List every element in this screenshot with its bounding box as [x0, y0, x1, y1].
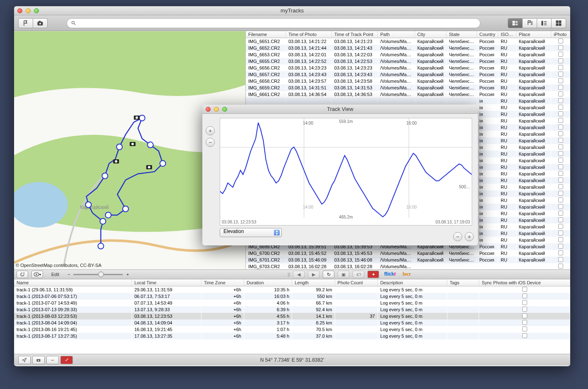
iphoto-checkbox[interactable] [558, 65, 563, 70]
iphoto-checkbox[interactable] [558, 58, 563, 63]
flickr-logo[interactable]: flickr [382, 271, 398, 278]
iphoto-checkbox[interactable] [558, 164, 563, 169]
iphoto-checkbox[interactable] [558, 131, 563, 136]
iphoto-checkbox[interactable] [558, 264, 563, 269]
track-col-header[interactable]: Description [377, 279, 447, 286]
track-row[interactable]: track-1 (2013-08-04 14:09:04)04.08.13, 1… [14, 319, 570, 326]
iphoto-checkbox[interactable] [558, 191, 563, 196]
track-row[interactable]: track-1 (2013-08-16 19:21:45)16.08.13, 1… [14, 326, 570, 333]
photo-col-header[interactable]: Path [378, 31, 415, 38]
track-row[interactable]: track-1 (2013-07-07 14:53:49)07.07.13, 1… [14, 300, 570, 306]
sync-checkbox[interactable] [522, 287, 527, 292]
photo-col-header[interactable]: Filename [246, 31, 286, 38]
sync-checkbox[interactable] [522, 333, 527, 338]
next-button[interactable]: ▶ [308, 271, 319, 278]
iphoto-checkbox[interactable] [558, 178, 563, 182]
photo-row[interactable]: IMG_6655.CR203.08.13, 14:22:5203.08.13, … [246, 58, 570, 65]
iphoto-checkbox[interactable] [558, 257, 563, 262]
track-col-header[interactable]: Length [292, 279, 335, 286]
photo-row[interactable]: IMG_6653.CR203.08.13, 14:22:0103.08.13, … [246, 51, 570, 58]
expand-button[interactable]: ⤢ [60, 356, 73, 364]
track-row[interactable]: track-1 (29.06.13, 11:31:59)29.06.13, 11… [14, 286, 570, 293]
sync-checkbox[interactable] [522, 300, 527, 305]
sync-checkbox[interactable] [522, 293, 527, 298]
iphoto-checkbox[interactable] [558, 184, 563, 189]
zoom-window-button[interactable] [34, 8, 39, 13]
titlebar[interactable]: myTracks [14, 6, 570, 15]
photo-col-header[interactable]: City [415, 31, 446, 38]
iphoto-checkbox[interactable] [558, 244, 563, 249]
iphoto-checkbox[interactable] [558, 217, 563, 222]
tag-button[interactable]: 🏷 [353, 271, 364, 278]
tv-zoom-in[interactable]: + [206, 126, 215, 135]
track-view-window[interactable]: Track View + − 559.1m 465.2m 14:00 16:00… [202, 105, 478, 245]
iphoto-checkbox[interactable] [558, 144, 563, 149]
view-tiles-button[interactable] [551, 18, 566, 28]
iphoto-checkbox[interactable] [558, 197, 563, 202]
action-button[interactable]: ▣ [338, 271, 349, 278]
iphoto-checkbox[interactable] [558, 151, 563, 156]
track-col-header[interactable]: Name [14, 279, 132, 286]
track-row[interactable]: track-1 (2013-07-13 09:28:33)13.07.13, 9… [14, 306, 570, 313]
iphoto-checkbox[interactable] [558, 105, 563, 110]
track-row[interactable]: track-1 (2013-08-03 12:23:53)03.08.13, 1… [14, 313, 570, 319]
photo-row[interactable]: IMG_6658.CR203.08.13, 14:23:5703.08.13, … [246, 78, 570, 84]
search-field-input[interactable] [79, 20, 476, 26]
iphoto-checkbox[interactable] [558, 45, 563, 50]
zoom-in-button[interactable]: + [126, 272, 129, 277]
iphoto-checkbox[interactable] [558, 224, 563, 229]
iphoto-checkbox[interactable] [558, 72, 563, 77]
photo-row[interactable]: IMG_6659.CR203.08.13, 14:31:5103.08.13, … [246, 84, 570, 91]
iphoto-checkbox[interactable] [558, 250, 563, 255]
track-row[interactable]: track-1 (2013-08-17 13:27:35)17.08.13, 1… [14, 333, 570, 339]
iphoto-checkbox[interactable] [558, 52, 563, 57]
locate-button[interactable] [18, 356, 31, 364]
chart-type-select[interactable]: Elevation ▲▼ [220, 228, 282, 237]
tv-zoom-out[interactable]: − [206, 138, 215, 147]
zoom-out-button[interactable]: − [67, 272, 70, 277]
photo-col-header[interactable]: Time of Photo [286, 31, 332, 38]
camera2-button[interactable] [32, 356, 45, 364]
prev-button[interactable]: ◀ [293, 271, 305, 278]
sync-checkbox[interactable] [522, 313, 527, 318]
iphoto-checkbox[interactable] [558, 91, 563, 96]
photo-row[interactable]: IMG_6701.CR203.08.13, 15:46:0903.08.13, … [246, 257, 570, 263]
track-col-header[interactable]: Sync Photos with iOS Device [479, 279, 570, 286]
view-waypoints-button[interactable] [522, 18, 537, 28]
tv-close-button[interactable] [206, 107, 211, 112]
camera-button[interactable] [33, 18, 48, 28]
tv-minimize-button[interactable] [214, 107, 219, 112]
track-row[interactable]: track-1 (2013-07-06 07:53:17)06.07.13, 7… [14, 293, 570, 300]
tv-minus[interactable]: − [453, 232, 462, 241]
splitter-handle[interactable]: ||| [288, 272, 290, 277]
track-col-header[interactable]: Time Zone [201, 279, 244, 286]
photo-row[interactable]: IMG_6700.CR203.08.13, 15:45:5203.08.13, … [246, 250, 570, 257]
search-input[interactable] [67, 18, 480, 28]
iphoto-checkbox[interactable] [558, 111, 563, 116]
refresh-button[interactable] [17, 271, 28, 278]
view-tracks-button[interactable] [537, 18, 552, 28]
iphoto-checkbox[interactable] [558, 78, 563, 83]
edit-label[interactable]: Edit [46, 272, 64, 277]
flag-button[interactable] [18, 18, 33, 28]
photo-col-header[interactable]: Time of Track Point [331, 31, 377, 38]
minimize2-button[interactable]: − [46, 356, 59, 364]
locr-logo[interactable]: locr [401, 271, 413, 278]
iphoto-checkbox[interactable] [558, 204, 563, 209]
sync-checkbox[interactable] [522, 307, 527, 312]
track-col-header[interactable]: Duration [244, 279, 292, 286]
view-photo-list-button[interactable] [508, 18, 523, 28]
track-col-header[interactable]: Local Time [132, 279, 201, 286]
photo-row[interactable]: IMG_6656.CR203.08.13, 14:23:2303.08.13, … [246, 65, 570, 71]
elevation-chart[interactable]: 559.1m 465.2m 14:00 16:00 14:00 16:00 50… [220, 118, 472, 226]
iphoto-checkbox[interactable] [558, 98, 563, 103]
photo-row[interactable]: IMG_6657.CR203.08.13, 14:23:4303.08.13, … [246, 71, 570, 78]
tracks-table[interactable]: NameLocal TimeTime ZoneDurationLengthPho… [14, 279, 570, 354]
iphoto-checkbox[interactable] [558, 85, 563, 90]
iphoto-checkbox[interactable] [558, 38, 563, 43]
track-col-header[interactable]: Photo Count [335, 279, 377, 286]
iphoto-checkbox[interactable] [558, 231, 563, 235]
photo-row[interactable]: IMG_6703.CR203.08.13, 16:02:2803.08.13, … [246, 263, 570, 269]
service-red-button[interactable]: ✦ [367, 271, 379, 278]
iphoto-checkbox[interactable] [558, 138, 563, 143]
